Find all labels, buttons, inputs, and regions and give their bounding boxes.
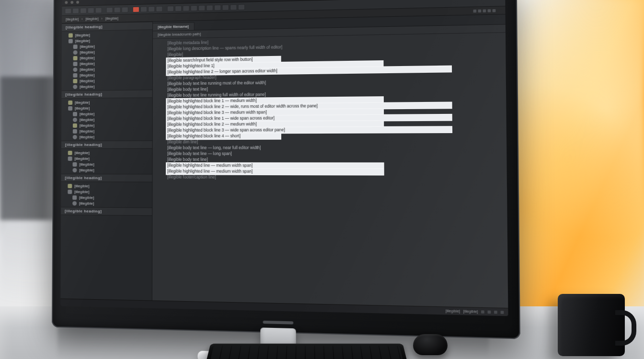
toolbar-button[interactable] <box>230 4 237 11</box>
highlighted-line[interactable]: [illegible highlighted line — medium wid… <box>166 168 384 175</box>
tree-item[interactable]: [illegible] <box>61 161 152 167</box>
file-icon <box>68 156 72 160</box>
file-icon <box>72 168 77 172</box>
highlighted-line[interactable]: [illegible highlighted block line 4 — sh… <box>166 133 281 139</box>
file-icon <box>69 33 73 37</box>
file-icon <box>73 129 77 133</box>
statusbar-item[interactable]: [illegible] <box>446 309 460 313</box>
tree-item-label: [illegible] <box>80 117 94 122</box>
toolbar-button[interactable] <box>148 6 155 11</box>
toolbar-button[interactable] <box>175 5 182 11</box>
toolbar-button[interactable] <box>156 6 162 11</box>
tree-item[interactable]: [illegible] <box>61 128 152 134</box>
file-icon <box>73 84 77 89</box>
breadcrumb[interactable]: [illegible] <box>85 17 98 21</box>
tree-item-label: [illegible] <box>80 135 94 139</box>
statusbar-icon[interactable] <box>487 310 491 314</box>
breadcrumb[interactable]: [illegible] <box>105 17 118 21</box>
line-gutter <box>152 168 166 174</box>
tree-item-label: [illegible] <box>79 168 94 172</box>
file-icon <box>73 117 77 122</box>
file-icon <box>68 190 72 194</box>
tree-item-label: [illegible] <box>80 56 94 60</box>
toolbar-button[interactable] <box>106 7 113 12</box>
line-gutter <box>153 151 167 157</box>
tree-item[interactable]: [illegible] <box>61 156 152 161</box>
file-icon <box>73 62 78 66</box>
tree-item-label: [illegible] <box>79 162 94 167</box>
file-icon <box>68 184 72 188</box>
tree-item[interactable]: [illegible] <box>61 183 152 189</box>
toolbar-button[interactable] <box>65 8 71 13</box>
indicator-icon <box>488 9 491 12</box>
editor-tab[interactable]: [illegible filename] <box>153 22 194 31</box>
toolbar-button[interactable] <box>95 7 102 13</box>
line-gutter <box>153 157 167 163</box>
coffee-mug <box>558 294 625 356</box>
toolbar-button[interactable] <box>72 8 79 13</box>
tree-item-label: [illegible] <box>80 123 94 127</box>
line-gutter <box>153 70 166 76</box>
code-line: [illegible footer/caption line] <box>166 175 507 181</box>
sidebar-section-head[interactable]: [illegible heading] <box>61 207 152 216</box>
statusbar-icon[interactable] <box>501 311 504 314</box>
toolbar-button[interactable] <box>191 5 197 11</box>
indicator-icon <box>478 9 482 12</box>
project-sidebar[interactable]: [illegible heading] [illegible] [illegib… <box>60 22 153 300</box>
sidebar-section-head[interactable]: [illegible heading] <box>61 90 152 99</box>
sidebar-section-head[interactable]: [illegible heading] <box>61 140 152 149</box>
toolbar-button[interactable] <box>206 5 213 11</box>
tree-item-label: [illegible] <box>75 156 90 160</box>
editor-pane: [illegible filename] [illegible breadcru… <box>152 14 508 308</box>
toolbar-button[interactable] <box>214 4 221 10</box>
tree-item[interactable]: [illegible] <box>62 83 152 90</box>
tree-item[interactable]: [illegible] <box>61 200 152 206</box>
file-icon <box>73 56 78 60</box>
tree-item[interactable]: [illegible] <box>61 122 152 128</box>
tree-item-label: [illegible] <box>80 112 94 116</box>
tree-item[interactable]: [illegible] <box>61 150 152 156</box>
toolbar-button[interactable] <box>167 6 174 11</box>
tree-item-label: [illegible] <box>80 67 94 71</box>
line-gutter <box>153 93 167 99</box>
code-line: [illegible body text line] <box>166 157 506 163</box>
toolbar-button[interactable] <box>133 6 139 12</box>
file-icon <box>73 162 77 167</box>
tree-item[interactable]: [illegible] <box>61 134 152 140</box>
statusbar-icon[interactable] <box>481 310 484 314</box>
file-icon <box>73 123 77 127</box>
tree-item[interactable]: [illegible] <box>61 116 152 123</box>
tree-item[interactable]: [illegible] <box>61 189 152 195</box>
tree-item[interactable]: [illegible] <box>61 167 152 173</box>
toolbar-button[interactable] <box>222 4 229 11</box>
breadcrumb[interactable]: [illegible] <box>66 17 79 21</box>
line-gutter <box>153 122 167 128</box>
toolbar-button[interactable] <box>238 4 245 10</box>
file-icon <box>72 201 77 205</box>
toolbar-button[interactable] <box>140 6 147 12</box>
sidebar-section-head[interactable]: [illegible heading] <box>61 174 152 182</box>
line-gutter <box>152 163 166 168</box>
file-icon <box>68 100 72 104</box>
tree-item-label: [illegible] <box>74 184 89 188</box>
toolbar-button[interactable] <box>122 7 128 12</box>
line-gutter <box>153 128 167 134</box>
statusbar-item[interactable]: [illegible] <box>463 309 478 313</box>
line-gutter <box>153 87 167 93</box>
line-gutter <box>153 52 166 58</box>
screen: FileEditViewRunToolsWindowHelp [illegibl… <box>60 0 508 316</box>
toolbar-button[interactable] <box>114 7 121 12</box>
highlighted-line[interactable]: [illegible highlighted line — medium wid… <box>166 163 384 169</box>
file-icon <box>69 39 73 43</box>
highlighted-line[interactable]: [illegible highlighted block line 3 — wi… <box>166 126 452 134</box>
statusbar-icon[interactable] <box>494 310 497 314</box>
code-line: [illegible body text line — long span] <box>166 151 506 157</box>
toolbar-button[interactable] <box>198 5 205 11</box>
code-area[interactable]: [illegible metadata line] [illegible lon… <box>152 33 508 308</box>
toolbar-button[interactable] <box>183 5 189 11</box>
tree-item-label: [illegible] <box>75 38 90 43</box>
line-gutter <box>152 174 166 180</box>
toolbar-button[interactable] <box>88 7 94 13</box>
tree-item-label: [illegible] <box>79 195 94 200</box>
toolbar-button[interactable] <box>80 8 87 13</box>
